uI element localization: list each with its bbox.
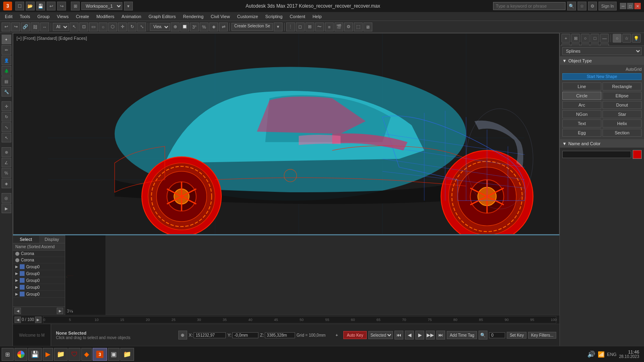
frame-next[interactable]: ▶ xyxy=(35,317,41,323)
prev-frame-btn[interactable]: ⏮ xyxy=(394,331,403,339)
rp-sphere[interactable]: ○ xyxy=(581,34,590,43)
menu-civil-view[interactable]: Civil View xyxy=(208,13,233,20)
volume-icon[interactable]: 🔊 xyxy=(587,350,595,358)
angle-snap-toggle[interactable]: ∠ xyxy=(2,158,11,167)
display-tab[interactable]: ▤ xyxy=(2,76,11,86)
render-region-btn[interactable]: ⬚ xyxy=(354,23,363,31)
save-btn[interactable]: 💾 xyxy=(36,2,45,10)
track-btn[interactable]: ≡ xyxy=(325,23,334,31)
rp-light[interactable]: — xyxy=(600,34,609,43)
select-rect-btn[interactable]: ▭ xyxy=(89,23,98,31)
select-fence-btn[interactable]: ⬡ xyxy=(108,23,117,31)
donut-btn[interactable]: Donut xyxy=(603,101,642,109)
schematic-btn[interactable]: ⋮ xyxy=(286,23,295,31)
rotate-btn[interactable]: ↻ xyxy=(128,23,136,31)
menu-views[interactable]: Views xyxy=(54,13,72,20)
list-item[interactable]: ▶ Group0 xyxy=(13,291,65,298)
quick-render-btn[interactable]: ▶ xyxy=(2,204,11,213)
menu-help[interactable]: Help xyxy=(309,13,325,20)
percent-btn[interactable]: % xyxy=(200,23,208,31)
utility-tab[interactable]: 🔧 xyxy=(2,87,11,97)
y-input[interactable] xyxy=(232,332,258,338)
next-key-btn[interactable]: ▶▶ xyxy=(426,331,435,339)
timeline-bar[interactable]: 0 5 10 15 20 25 30 35 40 45 50 55 60 65 … xyxy=(43,316,556,323)
menu-edit[interactable]: Edit xyxy=(2,13,16,20)
minimize-btn[interactable]: ─ xyxy=(620,3,626,9)
ellipse-btn[interactable]: Ellipse xyxy=(603,92,642,100)
menu-modifiers[interactable]: Modifiers xyxy=(93,13,118,20)
files-btn[interactable]: 📁 xyxy=(54,348,68,361)
modify-tab[interactable]: ✏ xyxy=(2,45,11,55)
view-dropdown[interactable]: View xyxy=(150,23,170,31)
select-region-btn[interactable]: ⊡ xyxy=(79,23,88,31)
mirror-btn[interactable]: ⇌ xyxy=(219,23,228,31)
rp-box[interactable]: □ xyxy=(590,34,599,43)
explorer-btn[interactable]: 📁 xyxy=(120,348,134,361)
rp-bulb[interactable]: 💡 xyxy=(632,34,641,43)
undo-btn[interactable]: ↩ xyxy=(47,2,56,10)
scale-btn[interactable]: ⤡ xyxy=(137,23,146,31)
circle-btn[interactable]: Circle xyxy=(562,92,601,100)
close-btn[interactable]: ✕ xyxy=(634,3,641,9)
menu-content[interactable]: Content xyxy=(287,13,309,20)
viewport-3d[interactable]: [+] [Front] [Standard] [Edged Faces] xyxy=(13,33,559,234)
key-filters-btn[interactable]: Key Filters... xyxy=(528,332,556,339)
hierarchy-tab[interactable]: 👤 xyxy=(2,56,11,65)
x-input[interactable] xyxy=(194,332,226,338)
start-btn[interactable]: ⊞ xyxy=(2,348,14,361)
open-btn[interactable]: 📂 xyxy=(26,2,35,10)
filter-dropdown[interactable]: All xyxy=(53,23,69,31)
shield-btn[interactable]: 🛡 xyxy=(68,348,80,361)
spinner-btn[interactable]: ◈ xyxy=(209,23,218,31)
search-anim[interactable]: 🔍 xyxy=(479,331,487,339)
select-btn[interactable]: ↖ xyxy=(70,23,78,31)
star-btn[interactable]: Star xyxy=(603,110,642,118)
create-selection-btn[interactable]: Create Selection Se xyxy=(231,23,273,31)
activeshade-btn[interactable]: 🖥 xyxy=(363,23,372,31)
scale-tool[interactable]: ⤡ xyxy=(2,122,11,132)
anim-expand[interactable]: + xyxy=(332,330,342,340)
network-icon[interactable]: 📶 xyxy=(598,351,605,358)
section-btn[interactable]: Section xyxy=(603,129,642,137)
list-item[interactable]: ▶ Group0 xyxy=(13,284,65,291)
render-settings-btn[interactable]: ⚙ xyxy=(344,23,353,31)
name-color-header[interactable]: ▼ Name and Color xyxy=(560,140,644,148)
curve-btn[interactable]: 〜 xyxy=(315,23,324,31)
app-btn[interactable]: ▣ xyxy=(108,348,120,361)
list-item[interactable]: ▶ Group0 xyxy=(13,270,65,277)
undo-toolbar[interactable]: ↩ xyxy=(2,23,10,31)
menu-customize[interactable]: Customize xyxy=(234,13,261,20)
rp-plus[interactable]: + xyxy=(561,34,570,43)
play-btn[interactable]: ▶ xyxy=(415,331,424,339)
list-scroll-left[interactable]: ◀ xyxy=(14,308,21,314)
menu-group[interactable]: Group xyxy=(34,13,53,20)
render-btn[interactable]: 🎬 xyxy=(334,23,343,31)
isolate-btn[interactable]: ◎ xyxy=(2,193,11,203)
menu-create[interactable]: Create xyxy=(72,13,92,20)
percent-snap[interactable]: % xyxy=(2,168,11,178)
media-btn[interactable]: ▶ xyxy=(43,348,53,361)
color-swatch[interactable] xyxy=(633,150,642,159)
store-btn[interactable]: 💾 xyxy=(28,348,42,361)
object-type-header[interactable]: ▼ Object Type xyxy=(560,57,644,65)
ngon-btn[interactable]: NGon xyxy=(562,110,601,118)
link-btn[interactable]: 🔗 xyxy=(21,23,30,31)
splines-dropdown[interactable]: Splines xyxy=(562,47,642,55)
menu-graph-editors[interactable]: Graph Editors xyxy=(145,13,179,20)
rp-circle[interactable]: ○ xyxy=(613,34,621,43)
move-btn[interactable]: ✛ xyxy=(118,23,127,31)
line-btn[interactable]: Line xyxy=(562,82,601,90)
auto-key-btn[interactable]: Auto Key xyxy=(343,331,367,339)
start-new-shape-btn[interactable]: Start New Shape xyxy=(562,73,642,80)
sign-in-btn[interactable]: Sign In xyxy=(599,2,617,10)
list-scroll-right[interactable]: ▶ xyxy=(57,308,63,314)
set-key-btn[interactable]: Set Key xyxy=(507,332,526,339)
selected-dropdown[interactable]: Selected xyxy=(368,331,393,339)
material-btn[interactable]: ◻ xyxy=(296,23,305,31)
3dsmax-taskbar-btn[interactable]: 3 xyxy=(93,348,107,361)
rp-star[interactable]: ☆ xyxy=(622,34,631,43)
bookmark-icon[interactable]: ☆ xyxy=(578,2,586,10)
menu-scripting[interactable]: Scripting xyxy=(262,13,286,20)
spinner-snap[interactable]: ◈ xyxy=(2,179,11,188)
redo-toolbar[interactable]: ↪ xyxy=(11,23,20,31)
